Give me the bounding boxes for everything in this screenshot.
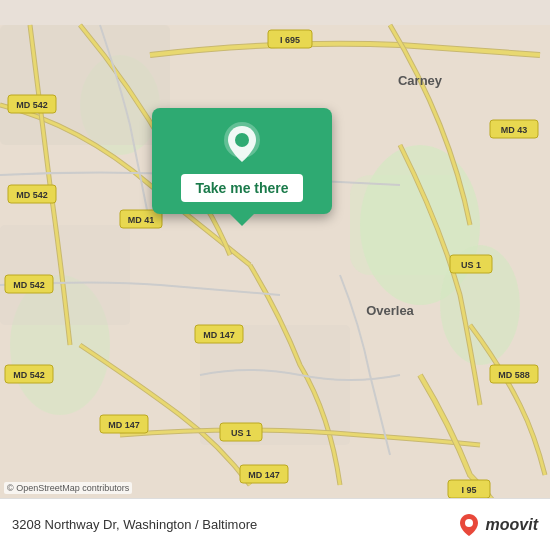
svg-text:MD 41: MD 41	[128, 215, 155, 225]
svg-text:MD 147: MD 147	[248, 470, 280, 480]
svg-text:MD 43: MD 43	[501, 125, 528, 135]
svg-text:MD 542: MD 542	[16, 190, 48, 200]
svg-text:Carney: Carney	[398, 73, 443, 88]
svg-text:MD 542: MD 542	[13, 370, 45, 380]
address-label: 3208 Northway Dr, Washington / Baltimore	[12, 517, 257, 532]
svg-point-40	[235, 133, 249, 147]
svg-text:I 95: I 95	[461, 485, 476, 495]
svg-rect-6	[0, 25, 170, 145]
svg-text:Overlea: Overlea	[366, 303, 414, 318]
location-pin-icon	[220, 122, 264, 166]
bottom-bar: 3208 Northway Dr, Washington / Baltimore…	[0, 498, 550, 550]
svg-text:MD 147: MD 147	[203, 330, 235, 340]
svg-point-41	[465, 519, 473, 527]
map-attribution: © OpenStreetMap contributors	[4, 482, 132, 494]
take-me-there-button[interactable]: Take me there	[181, 174, 302, 202]
svg-text:US 1: US 1	[231, 428, 251, 438]
svg-text:US 1: US 1	[461, 260, 481, 270]
location-popup: Take me there	[152, 108, 332, 214]
svg-text:I 695: I 695	[280, 35, 300, 45]
svg-text:MD 147: MD 147	[108, 420, 140, 430]
svg-text:MD 588: MD 588	[498, 370, 530, 380]
moovit-logo: moovit	[456, 512, 538, 538]
moovit-logo-icon	[456, 512, 482, 538]
svg-text:MD 542: MD 542	[16, 100, 48, 110]
map-container: MD 542 MD 542 MD 542 MD 542 MD 41 I 695 …	[0, 0, 550, 550]
svg-text:MD 542: MD 542	[13, 280, 45, 290]
moovit-brand-text: moovit	[486, 516, 538, 534]
